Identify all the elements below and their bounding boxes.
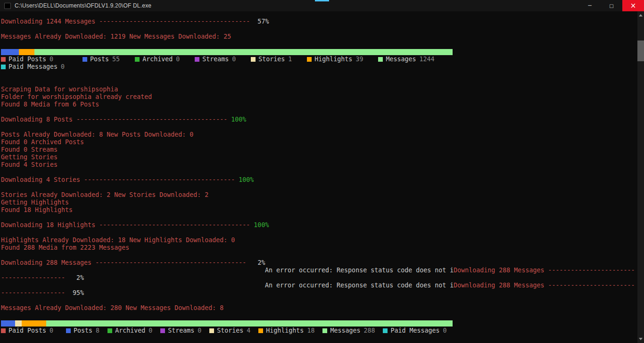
console-text: Highlights Already Downloaded: 18 New Hi… xyxy=(1,237,235,244)
scrollbar-thumb[interactable] xyxy=(637,41,644,61)
minimize-button[interactable]: ─ xyxy=(579,0,601,11)
console-line: ----------------- 2% xyxy=(1,274,637,282)
console-line: Found 4 Stories xyxy=(1,161,637,169)
legend-value: 0 xyxy=(50,327,53,335)
console-text: Downloading 18 Highlights --------------… xyxy=(1,221,250,229)
legend-label: Paid Messages xyxy=(8,63,58,71)
console-text: Downloading 288 Messages ---------------… xyxy=(454,267,635,274)
console-line xyxy=(1,78,637,86)
console-app-icon xyxy=(4,3,11,9)
console-text: Stories Already Downloaded: 2 New Storie… xyxy=(1,191,208,198)
legend-label: Messages xyxy=(330,327,360,335)
console-line: Stories Already Downloaded: 2 New Storie… xyxy=(1,191,637,199)
console-text: Found 4 Stories xyxy=(1,161,58,168)
maximize-button[interactable]: □ xyxy=(601,0,622,11)
console-text: An error occurred: Response status code … xyxy=(265,282,454,289)
console-text: Scraping Data for worshipsophia xyxy=(1,86,118,93)
legend-label: Paid Posts xyxy=(8,56,46,63)
archived-swatch-icon xyxy=(135,57,140,62)
legend-item-posts: Posts8 xyxy=(66,327,99,335)
window-title: C:\Users\DELL\Documents\OFDLV1.9.20\OF D… xyxy=(15,2,151,9)
console-text: Getting Stories xyxy=(1,154,58,161)
legend-value: 0 xyxy=(443,327,447,335)
legend-label: Paid Posts xyxy=(8,327,46,335)
console-text: Found 18 Highlights xyxy=(1,206,73,213)
legend-item-paid-messages: Paid Messages0 xyxy=(1,63,65,71)
console-text: Found 8 Media from 6 Posts xyxy=(1,101,99,108)
legend-label: Highlights xyxy=(314,56,352,63)
console-line: Highlights Already Downloaded: 18 New Hi… xyxy=(1,237,637,244)
scrollbar-up-arrow-icon[interactable] xyxy=(637,11,644,19)
console-line: Folder for worshipsophia already created xyxy=(1,93,637,101)
console-text: 95% xyxy=(65,289,84,296)
legend-label: Messages xyxy=(386,56,416,63)
console-line: ----------------- 95% xyxy=(1,289,637,297)
console-text: Downloading 288 Messages ---------------… xyxy=(454,282,635,289)
console-text: Posts Already Downloaded: 8 New Posts Do… xyxy=(1,131,193,138)
console-line: Messages Already Downloaded: 280 New Mes… xyxy=(1,304,637,312)
console-line: Posts Already Downloaded: 8 New Posts Do… xyxy=(1,131,637,139)
console-line xyxy=(1,71,637,78)
bar-segment-posts xyxy=(1,49,19,55)
legend-value: 1 xyxy=(288,56,292,63)
streams-swatch-icon xyxy=(195,57,199,62)
console-text: ----------------- xyxy=(1,289,65,296)
posts-swatch-icon xyxy=(66,328,71,333)
console-line: Getting Stories xyxy=(1,154,637,161)
console-text: ----------------- xyxy=(1,274,65,281)
bar-segment-posts xyxy=(1,320,15,327)
breakdown-bar xyxy=(1,320,453,327)
console-line: Downloading 288 Messages ---------------… xyxy=(1,259,637,267)
legend-value: 288 xyxy=(363,327,375,335)
console-line: An error occurred: Response status code … xyxy=(1,282,637,289)
breakdown-bar xyxy=(1,49,453,55)
console-text: 100% xyxy=(250,221,269,229)
console-line xyxy=(1,169,637,176)
legend-item-highlights: Highlights39 xyxy=(307,56,363,63)
console-line xyxy=(1,123,637,131)
console-text: Getting Highlights xyxy=(1,199,69,206)
highlights-swatch-icon xyxy=(307,57,312,62)
legend-value: 4 xyxy=(247,327,250,335)
window-controls: ─ □ × xyxy=(579,0,644,11)
breakdown-bar-row xyxy=(1,48,637,56)
scrollbar[interactable] xyxy=(637,11,644,343)
legend-label: Archived xyxy=(142,56,173,63)
console-line xyxy=(1,108,637,116)
legend-item-paid-posts: Paid Posts0 xyxy=(1,56,53,63)
console-text: 57% xyxy=(250,18,269,25)
legend-item-paid-posts: Paid Posts0 xyxy=(1,327,53,335)
legend-label: Streams xyxy=(202,56,229,63)
console-line: Downloading 4 Stories ------------------… xyxy=(1,176,637,184)
console-line: Found 0 Streams xyxy=(1,146,637,154)
legend-item-archived: Archived0 xyxy=(107,327,152,335)
bar-segment-messages xyxy=(46,320,453,327)
legend-item-messages: Messages1244 xyxy=(378,56,434,63)
legend-value: 0 xyxy=(176,56,180,63)
console-line xyxy=(1,25,637,33)
messages-swatch-icon xyxy=(378,57,383,62)
legend-value: 0 xyxy=(232,56,236,63)
legend-row: Paid Messages0 xyxy=(1,63,637,71)
console-text: 2% xyxy=(246,259,265,266)
console-text: An error occurred: Response status code … xyxy=(265,267,454,274)
console-line: Found 18 Highlights xyxy=(1,206,637,214)
stories-swatch-icon xyxy=(251,57,256,62)
console-line: Found 8 Media from 6 Posts xyxy=(1,101,637,108)
close-button[interactable]: × xyxy=(622,0,644,11)
legend-label: Stories xyxy=(258,56,285,63)
messages-swatch-icon xyxy=(322,328,327,333)
legend-item-posts: Posts55 xyxy=(83,56,120,63)
console-text: 2% xyxy=(65,274,84,281)
titlebar: C:\Users\DELL\Documents\OFDLV1.9.20\OF D… xyxy=(0,0,644,11)
legend-value: 8 xyxy=(96,327,99,335)
legend-label: Posts xyxy=(90,56,109,63)
legend-label: Posts xyxy=(74,327,92,335)
console-line xyxy=(1,214,637,221)
console-line: Downloading 1244 Messages --------------… xyxy=(1,18,637,25)
paid-posts-swatch-icon xyxy=(1,328,6,333)
legend-row: Paid Posts0Posts55Archived0Streams0Stori… xyxy=(1,56,637,63)
legend-label: Archived xyxy=(115,327,145,335)
legend-item-streams: Streams0 xyxy=(160,327,201,335)
scrollbar-down-arrow-icon[interactable] xyxy=(637,335,644,343)
